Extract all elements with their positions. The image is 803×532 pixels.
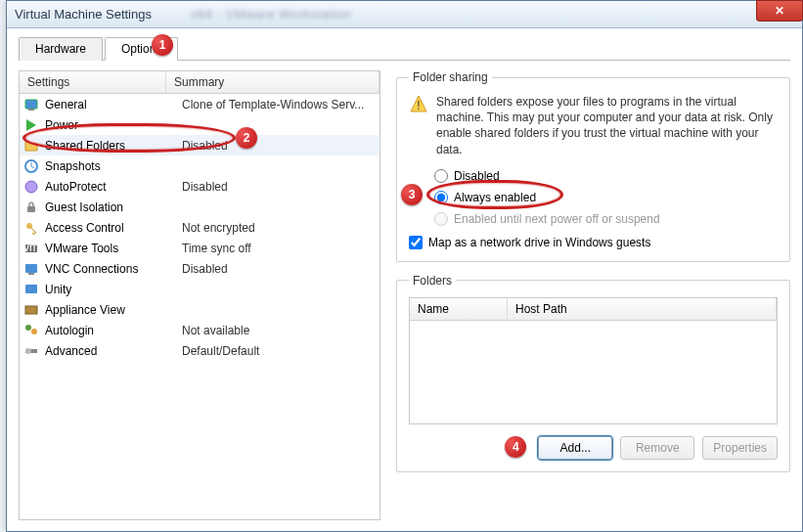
radio-always-enabled[interactable]: Always enabled bbox=[434, 187, 778, 208]
client-area: Hardware Options 1 Settings Summary Gene… bbox=[7, 28, 802, 532]
map-drive-checkbox[interactable] bbox=[409, 236, 423, 249]
row-vmware-tools[interactable]: vm VMware Tools Time sync off bbox=[20, 238, 379, 258]
svg-text:!: ! bbox=[417, 99, 420, 112]
map-drive-label: Map as a network drive in Windows guests bbox=[428, 236, 650, 249]
svg-rect-9 bbox=[25, 264, 37, 273]
row-appliance-view[interactable]: Appliance View bbox=[20, 299, 379, 320]
tabs: Hardware Options 1 bbox=[19, 36, 790, 61]
annotation-2: 2 bbox=[236, 127, 257, 149]
guest-isolation-icon bbox=[23, 200, 39, 215]
autologin-icon bbox=[23, 323, 39, 338]
radio-disabled-label: Disabled bbox=[454, 169, 500, 183]
svg-rect-0 bbox=[25, 100, 37, 109]
cell-name: VMware Tools bbox=[45, 242, 182, 255]
annotation-1: 1 bbox=[152, 34, 173, 56]
columns: Settings Summary General Clone of Templa… bbox=[19, 70, 790, 520]
cell-summary: Default/Default bbox=[182, 344, 376, 358]
cell-name: Power bbox=[45, 118, 182, 132]
row-power[interactable]: Power bbox=[20, 114, 379, 135]
cell-name: Guest Isolation bbox=[45, 200, 182, 214]
warning-icon: ! bbox=[409, 94, 428, 113]
right-panel: Folder sharing ! Shared folders expose y… bbox=[396, 70, 790, 520]
window-title: Virtual Machine Settings bbox=[15, 7, 152, 22]
cell-summary: Not available bbox=[182, 324, 376, 337]
add-button[interactable]: Add... bbox=[538, 436, 612, 460]
svg-point-13 bbox=[25, 325, 31, 331]
row-vnc[interactable]: VNC Connections Disabled bbox=[20, 258, 379, 279]
cell-summary: Not encrypted bbox=[182, 221, 376, 235]
radio-until-poweroff: Enabled until next power off or suspend bbox=[434, 208, 778, 230]
folder-sharing-legend: Folder sharing bbox=[409, 70, 492, 84]
row-autologin[interactable]: Autologin Not available bbox=[20, 320, 379, 340]
advanced-icon bbox=[23, 343, 39, 359]
cell-name: Appliance View bbox=[45, 303, 182, 317]
radio-disabled-input[interactable] bbox=[434, 169, 448, 183]
svg-point-4 bbox=[25, 181, 37, 193]
cell-name: Snapshots bbox=[45, 159, 182, 173]
folder-icon bbox=[23, 138, 39, 154]
cell-name: VNC Connections bbox=[45, 262, 182, 276]
folder-sharing-group: Folder sharing ! Shared folders expose y… bbox=[396, 70, 790, 262]
row-general[interactable]: General Clone of Template-Windows Serv..… bbox=[20, 94, 379, 114]
unity-icon bbox=[23, 282, 39, 297]
left-panel: Settings Summary General Clone of Templa… bbox=[19, 70, 380, 520]
row-unity[interactable]: Unity bbox=[20, 279, 379, 299]
radio-disabled[interactable]: Disabled bbox=[434, 165, 778, 187]
svg-marker-2 bbox=[26, 119, 36, 131]
cell-name: Advanced bbox=[45, 344, 182, 358]
cell-summary: Clone of Template-Windows Serv... bbox=[182, 98, 376, 111]
row-guest-isolation[interactable]: Guest Isolation bbox=[20, 197, 379, 217]
folders-table: Name Host Path bbox=[409, 297, 778, 424]
svg-rect-12 bbox=[25, 306, 37, 314]
svg-text:vm: vm bbox=[23, 241, 39, 254]
titlebar: Virtual Machine Settings x64 - VMware Wo… bbox=[7, 1, 802, 28]
radio-always-input[interactable] bbox=[434, 191, 448, 204]
row-snapshots[interactable]: Snapshots bbox=[20, 155, 379, 176]
autoprotect-icon bbox=[23, 179, 39, 195]
cell-summary: Disabled bbox=[182, 139, 376, 153]
vmtools-icon: vm bbox=[23, 241, 39, 256]
radio-always-label: Always enabled bbox=[454, 191, 536, 204]
radio-until-input bbox=[434, 212, 448, 226]
svg-rect-1 bbox=[28, 109, 34, 111]
tab-hardware[interactable]: Hardware bbox=[19, 37, 103, 61]
folders-col-name[interactable]: Name bbox=[410, 298, 508, 320]
close-button[interactable]: ✕ bbox=[756, 0, 803, 22]
folders-buttons: 4 Add... Remove Properties bbox=[409, 436, 778, 460]
cell-name: AutoProtect bbox=[45, 180, 182, 194]
cell-name: Shared Folders bbox=[45, 139, 182, 153]
titlebar-blurred-text: x64 - VMware Workstation bbox=[191, 7, 351, 22]
row-access-control[interactable]: Access Control Not encrypted bbox=[20, 217, 379, 238]
annotation-4: 4 bbox=[505, 436, 526, 458]
row-shared-folders[interactable]: Shared Folders Disabled bbox=[20, 135, 379, 155]
appliance-icon bbox=[23, 302, 39, 318]
svg-rect-5 bbox=[27, 206, 35, 212]
cell-name: Autologin bbox=[45, 324, 182, 337]
settings-table: Settings Summary General Clone of Templa… bbox=[19, 70, 380, 520]
vnc-icon bbox=[23, 261, 39, 277]
cell-summary: Disabled bbox=[182, 262, 376, 276]
svg-point-16 bbox=[25, 348, 31, 354]
warning-row: ! Shared folders expose your files to pr… bbox=[409, 94, 778, 157]
cell-name: Access Control bbox=[45, 221, 182, 235]
row-advanced[interactable]: Advanced Default/Default bbox=[20, 340, 379, 361]
close-icon: ✕ bbox=[775, 4, 784, 18]
radio-until-label: Enabled until next power off or suspend bbox=[454, 212, 660, 226]
svg-point-14 bbox=[31, 329, 37, 334]
folders-group: Folders Name Host Path 4 Add... Remove P… bbox=[396, 274, 790, 472]
cell-summary: Time sync off bbox=[182, 242, 376, 255]
folders-col-hostpath[interactable]: Host Path bbox=[508, 298, 777, 320]
folders-legend: Folders bbox=[409, 274, 456, 288]
header-summary[interactable]: Summary bbox=[166, 71, 379, 93]
folders-header: Name Host Path bbox=[410, 298, 777, 321]
header-settings[interactable]: Settings bbox=[20, 71, 166, 93]
power-icon bbox=[23, 117, 39, 133]
svg-rect-10 bbox=[28, 273, 34, 275]
radio-group: Disabled Always enabled Enabled until ne… bbox=[434, 165, 778, 230]
row-autoprotect[interactable]: AutoProtect Disabled bbox=[20, 176, 379, 197]
settings-header: Settings Summary bbox=[20, 71, 379, 94]
map-network-drive[interactable]: Map as a network drive in Windows guests bbox=[409, 236, 778, 249]
cell-name: General bbox=[45, 98, 182, 111]
properties-button[interactable]: Properties bbox=[702, 436, 778, 460]
remove-button[interactable]: Remove bbox=[620, 436, 694, 460]
